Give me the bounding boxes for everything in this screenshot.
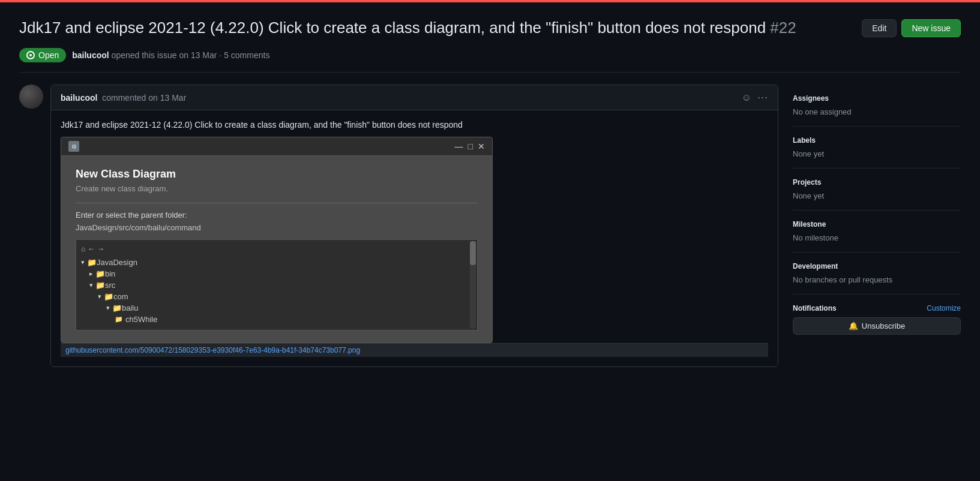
comment-header-info: bailucool commented on 13 Mar [61, 93, 186, 103]
sidebar-notifications-header: Notifications Customize [793, 304, 961, 312]
header-buttons: Edit New issue [862, 17, 961, 37]
back-icon[interactable]: ← [88, 245, 95, 253]
sidebar-milestone-title: Milestone [793, 220, 961, 229]
comment-author[interactable]: bailucool [61, 93, 97, 103]
dialog-divider [76, 203, 478, 203]
new-issue-button[interactable]: New issue [901, 19, 961, 37]
dialog-screenshot: ⚙ — □ ✕ New Class Diagram [61, 137, 493, 343]
tree-item-com[interactable]: ▾ 📁 com [81, 291, 472, 302]
emoji-icon[interactable]: ☺ [742, 92, 751, 103]
comment-date-text: commented on 13 Mar [102, 93, 186, 103]
tree-label: bin [105, 269, 115, 278]
url-bar-text: githubusercontent.com/50900472/158029353… [65, 346, 360, 354]
avatar-image [19, 85, 43, 109]
issue-meta-text: bailucool opened this issue on 13 Mar · … [72, 50, 269, 60]
sidebar-notifications-title: Notifications [793, 304, 837, 312]
comment-date: commented on 13 Mar [100, 93, 186, 103]
dialog-tree-container: ⌂ ← → ▾ 📁 JavaDesign [76, 239, 478, 330]
sidebar-milestone-value: No milestone [793, 233, 961, 242]
tree-label: bailu [122, 303, 138, 312]
header-divider [19, 72, 961, 73]
dialog-titlebar: ⚙ — □ ✕ [61, 137, 492, 156]
sidebar-labels-value: None yet [793, 149, 961, 158]
folder-icon: 📁 [95, 269, 105, 278]
dialog-folder-label: Enter or select the parent folder: [76, 211, 478, 220]
issue-header: Jdk17 and eclipse 2021-12 (4.22.0) Click… [19, 17, 961, 38]
sidebar-projects-value: None yet [793, 191, 961, 200]
tree-item-bin[interactable]: ▸ 📁 bin [81, 268, 472, 279]
more-options-icon[interactable]: ··· [757, 91, 768, 104]
sidebar-notifications-section: Notifications Customize 🔔 Unsubscribe [793, 294, 961, 344]
content-layout: bailucool commented on 13 Mar ☺ ··· Jdk1… [19, 85, 961, 377]
folder-icon: 📁 [112, 303, 122, 312]
comment-box: bailucool commented on 13 Mar ☺ ··· Jdk1… [50, 85, 778, 367]
folder-icon: 📁 [87, 258, 97, 267]
sidebar-development-section: Development No branches or pull requests [793, 252, 961, 294]
folder-icon: 📁 [95, 281, 105, 290]
sidebar-customize-link[interactable]: Customize [927, 304, 961, 312]
forward-icon[interactable]: → [97, 245, 104, 253]
bell-icon: 🔔 [849, 321, 858, 330]
dialog-titlebar-left: ⚙ [68, 141, 79, 152]
dialog-folder-value: JavaDesign/src/com/bailu/command [76, 223, 478, 232]
home-icon[interactable]: ⌂ [81, 245, 85, 253]
dialog-title: New Class Diagram [76, 168, 478, 181]
tree-item-src[interactable]: ▾ 📁 src [81, 279, 472, 291]
sidebar-labels-title: Labels [793, 136, 961, 145]
url-bar: githubusercontent.com/50900472/158029353… [61, 343, 768, 357]
dialog-titlebar-controls: — □ ✕ [455, 142, 485, 151]
comment-text: Jdk17 and eclipse 2021-12 (4.22.0) Click… [61, 120, 768, 130]
comment-body: Jdk17 and eclipse 2021-12 (4.22.0) Click… [51, 110, 778, 366]
dialog-scrollbar[interactable] [470, 241, 476, 329]
maximize-icon[interactable]: □ [468, 142, 473, 151]
issue-title: Jdk17 and eclipse 2021-12 (4.22.0) Click… [19, 17, 796, 38]
sidebar-assignees-title: Assignees [793, 94, 961, 103]
dialog-app-icon: ⚙ [68, 141, 79, 152]
tree-item-javadesign[interactable]: ▾ 📁 JavaDesign [81, 257, 472, 268]
dialog-subtitle: Create new class diagram. [76, 184, 478, 193]
main-container: Jdk17 and eclipse 2021-12 (4.22.0) Click… [0, 2, 980, 391]
tree-item-bailu[interactable]: ▾ 📁 bailu [81, 302, 472, 314]
sidebar-projects-section: Projects None yet [793, 169, 961, 211]
sidebar-development-title: Development [793, 262, 961, 270]
scrollbar-thumb [470, 241, 476, 265]
sidebar-projects-title: Projects [793, 178, 961, 187]
sidebar: Assignees No one assigned Labels None ye… [793, 85, 961, 377]
tree-item-ch5while[interactable]: 📁 ch5While [81, 314, 472, 325]
close-icon[interactable]: ✕ [478, 142, 485, 151]
comment-thread: bailucool commented on 13 Mar ☺ ··· Jdk1… [19, 85, 778, 367]
sidebar-labels-section: Labels None yet [793, 127, 961, 169]
open-icon [26, 51, 35, 59]
dialog-content: New Class Diagram Create new class diagr… [61, 156, 492, 342]
status-badge: Open [19, 48, 66, 62]
comment-header-actions: ☺ ··· [742, 91, 768, 104]
status-text: Open [38, 50, 59, 60]
issue-title-text: Jdk17 and eclipse 2021-12 (4.22.0) Click… [19, 19, 766, 37]
issue-meta: Open bailucool opened this issue on 13 M… [19, 48, 961, 62]
comment-header: bailucool commented on 13 Mar ☺ ··· [51, 85, 778, 110]
issue-number: #22 [770, 19, 796, 37]
sidebar-milestone-section: Milestone No milestone [793, 211, 961, 252]
author-link[interactable]: bailucool [72, 50, 109, 60]
folder-icon: 📁 [104, 292, 113, 301]
sidebar-assignees-section: Assignees No one assigned [793, 85, 961, 127]
dialog-tree-toolbar: ⌂ ← → [81, 245, 472, 253]
tree-label: JavaDesign [97, 258, 137, 267]
tree-label: src [105, 281, 115, 290]
unsubscribe-label: Unsubscribe [862, 321, 905, 330]
unsubscribe-button[interactable]: 🔔 Unsubscribe [793, 317, 961, 335]
minimize-icon[interactable]: — [455, 142, 463, 151]
comments-section: bailucool commented on 13 Mar ☺ ··· Jdk1… [19, 85, 778, 377]
edit-button[interactable]: Edit [862, 19, 897, 37]
sidebar-assignees-value: No one assigned [793, 107, 961, 116]
tree-label: com [113, 292, 128, 301]
sidebar-development-value: No branches or pull requests [793, 275, 961, 284]
avatar [19, 85, 43, 109]
tree-label: ch5While [125, 315, 157, 324]
opened-text: opened this issue on 13 Mar · 5 comments [112, 50, 270, 60]
